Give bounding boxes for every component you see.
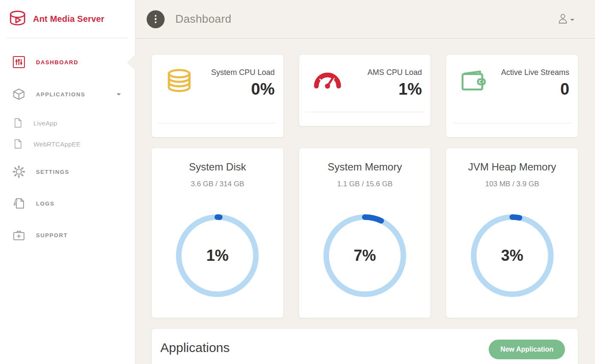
sidebar-item-liveapp[interactable]: LiveApp — [0, 116, 135, 129]
stat-value: 0 — [501, 80, 569, 98]
page-title: Dashboard — [175, 12, 231, 26]
ams-cpu-load-card: AMS CPU Load 1% — [299, 55, 431, 126]
gauge-subtitle: 103 MB / 3.9 GB — [446, 180, 578, 188]
sidebar-item-label: SUPPORT — [36, 232, 68, 239]
sidebar-item-label: WebRTCAppEE — [33, 140, 81, 148]
database-icon — [166, 69, 192, 98]
sidebar-divider — [6, 38, 129, 38]
gauges-row: System Disk 3.6 GB / 314 GB 1% System Me… — [152, 148, 578, 318]
speedometer-icon — [313, 69, 342, 98]
user-icon — [558, 13, 568, 26]
chevron-down-icon — [570, 19, 574, 21]
sidebar-item-label: SETTINGS — [36, 169, 69, 175]
gear-icon — [12, 165, 26, 178]
gauge-title: System Memory — [299, 161, 431, 173]
document-pencil-icon — [12, 197, 26, 209]
new-application-button[interactable]: New Application — [489, 340, 565, 359]
stat-value: 0% — [211, 80, 275, 98]
file-icon — [13, 139, 23, 149]
active-live-streams-card: Active Live Streams 0 — [446, 55, 578, 137]
gauge-subtitle: 1.1 GB / 15.6 GB — [299, 180, 431, 188]
sidebar-item-webrtcappee[interactable]: WebRTCAppEE — [0, 137, 135, 150]
sidebar-item-label: DASHBOARD — [36, 59, 78, 66]
stat-value: 1% — [367, 80, 422, 98]
stat-label: AMS CPU Load — [367, 67, 422, 78]
applications-section-title: Applications — [160, 340, 230, 355]
file-icon — [13, 118, 23, 128]
applications-section: Applications New Application — [152, 329, 578, 364]
user-menu[interactable] — [558, 13, 574, 26]
sidebar-item-label: LiveApp — [33, 119, 57, 127]
dashboard-content: System CPU Load 0% — [136, 39, 595, 364]
brand-logo[interactable]: Ant Media Server — [0, 0, 135, 38]
brand-name: Ant Media Server — [33, 14, 105, 24]
donut-gauge: 7% — [320, 211, 410, 301]
jvm-heap-memory-card: JVM Heap Memory 103 MB / 3.9 GB 3% — [446, 148, 578, 318]
package-icon — [12, 88, 26, 100]
stats-row: System CPU Load 0% — [152, 55, 578, 137]
active-item-pointer — [127, 54, 135, 71]
gauge-subtitle: 3.6 GB / 314 GB — [152, 180, 283, 188]
wallet-icon — [460, 69, 487, 98]
sidebar-item-label: APPLICATIONS — [36, 91, 85, 98]
gauge-title: JVM Heap Memory — [446, 161, 578, 173]
first-aid-kit-icon — [12, 230, 26, 241]
gauge-percent: 3% — [467, 211, 557, 301]
stat-label: Active Live Streams — [501, 67, 569, 78]
system-memory-card: System Memory 1.1 GB / 15.6 GB 7% — [299, 148, 431, 318]
media-drum-play-icon — [8, 9, 27, 29]
sidebar-item-applications[interactable]: APPLICATIONS — [0, 84, 135, 104]
sliders-icon — [12, 56, 26, 69]
donut-gauge: 3% — [467, 211, 557, 301]
sidebar-item-settings[interactable]: SETTINGS — [0, 161, 135, 182]
sidebar-item-logs[interactable]: LOGS — [0, 193, 135, 214]
sidebar: Ant Media Server DASHBOARD APPLI — [0, 0, 135, 364]
main-area: Dashboard — [136, 0, 595, 364]
system-cpu-load-card: System CPU Load 0% — [152, 55, 283, 137]
kebab-menu-icon[interactable] — [147, 10, 165, 28]
donut-gauge: 1% — [172, 211, 262, 301]
gauge-percent: 7% — [320, 211, 410, 301]
gauge-percent: 1% — [172, 211, 262, 301]
system-disk-card: System Disk 3.6 GB / 314 GB 1% — [152, 148, 283, 318]
sidebar-item-support[interactable]: SUPPORT — [0, 225, 135, 245]
gauge-title: System Disk — [152, 161, 283, 173]
stat-label: System CPU Load — [211, 67, 275, 78]
sidebar-item-dashboard[interactable]: DASHBOARD — [0, 52, 135, 72]
chevron-down-icon[interactable] — [117, 93, 121, 95]
sidebar-nav: DASHBOARD APPLICATIONS LiveApp — [0, 52, 135, 245]
sidebar-item-label: LOGS — [36, 200, 54, 207]
top-bar: Dashboard — [136, 0, 595, 39]
